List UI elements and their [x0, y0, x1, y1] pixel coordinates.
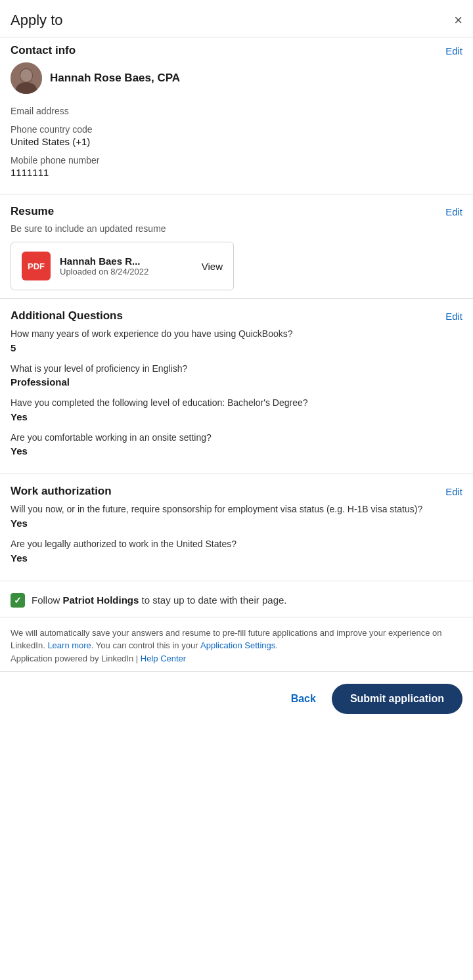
work-authorization-section: Work authorization Edit Will you now, or… — [0, 474, 473, 581]
qa-answer-0: 5 — [11, 342, 462, 353]
follow-checkbox[interactable] — [11, 593, 25, 608]
contact-section-header: Contact info Edit — [11, 37, 462, 62]
qa-answer-2: Yes — [11, 411, 462, 422]
additional-questions-header: Additional Questions Edit — [11, 309, 462, 323]
wa-item-0: Will you now, or in the future, require … — [11, 503, 462, 529]
phone-country-field-group: Phone country code United States (+1) — [11, 124, 462, 147]
footer-note: We will automatically save your answers … — [0, 617, 473, 673]
close-button[interactable]: × — [454, 13, 462, 28]
qa-answer-3: Yes — [11, 445, 462, 457]
mobile-field-group: Mobile phone number 1111111 — [11, 155, 462, 178]
resume-edit-link[interactable]: Edit — [445, 206, 462, 217]
work-authorization-title: Work authorization — [11, 485, 112, 498]
phone-country-value: United States (+1) — [11, 136, 462, 147]
user-row: Hannah Rose Baes, CPA — [11, 62, 462, 94]
wa-answer-1: Yes — [11, 552, 462, 564]
mobile-value: 1111111 — [11, 167, 462, 178]
back-button[interactable]: Back — [291, 693, 316, 705]
qa-item-0: How many years of work experience do you… — [11, 328, 462, 353]
work-authorization-header: Work authorization Edit — [11, 485, 462, 498]
follow-text: Follow Patriot Holdings to stay up to da… — [32, 593, 287, 607]
pdf-card: PDF Hannah Baes R... Uploaded on 8/24/20… — [11, 242, 234, 290]
qa-question-2: Have you completed the following level o… — [11, 397, 462, 410]
header: Apply to × — [0, 0, 473, 37]
bottom-bar: Back Submit application — [0, 672, 473, 726]
wa-item-1: Are you legally authorized to work in th… — [11, 538, 462, 564]
mobile-label: Mobile phone number — [11, 155, 462, 166]
wa-answer-0: Yes — [11, 518, 462, 529]
contact-edit-link[interactable]: Edit — [445, 45, 462, 56]
additional-questions-title: Additional Questions — [11, 309, 123, 323]
qa-item-3: Are you comfortable working in an onsite… — [11, 432, 462, 457]
email-label: Email address — [11, 106, 462, 116]
pdf-upload-date: Uploaded on 8/24/2022 — [60, 267, 192, 277]
contact-section: Contact info Edit Hannah Rose Baes, CPA … — [0, 37, 473, 194]
phone-country-label: Phone country code — [11, 124, 462, 135]
user-name: Hannah Rose Baes, CPA — [50, 72, 180, 85]
resume-section-title: Resume — [11, 205, 54, 218]
page-title: Apply to — [11, 12, 63, 29]
qa-item-2: Have you completed the following level o… — [11, 397, 462, 422]
qa-question-1: What is your level of proficiency in Eng… — [11, 363, 462, 376]
learn-more-link[interactable]: Learn more — [47, 640, 91, 650]
resume-note: Be sure to include an updated resume — [11, 223, 462, 234]
contact-section-title: Contact info — [11, 44, 76, 57]
qa-answer-1: Professional — [11, 376, 462, 388]
follow-row: Follow Patriot Holdings to stay up to da… — [0, 581, 473, 617]
pdf-info: Hannah Baes R... Uploaded on 8/24/2022 — [60, 256, 192, 277]
submit-application-button[interactable]: Submit application — [332, 684, 462, 714]
additional-questions-edit-link[interactable]: Edit — [445, 311, 462, 322]
resume-section: Resume Edit Be sure to include an update… — [0, 194, 473, 299]
qa-question-3: Are you comfortable working in an onsite… — [11, 432, 462, 445]
qa-item-1: What is your level of proficiency in Eng… — [11, 363, 462, 388]
help-center-link[interactable]: Help Center — [141, 654, 186, 663]
avatar — [11, 62, 42, 94]
view-resume-link[interactable]: View — [202, 261, 223, 272]
additional-questions-section: Additional Questions Edit How many years… — [0, 299, 473, 474]
work-authorization-edit-link[interactable]: Edit — [445, 486, 462, 497]
pdf-icon: PDF — [22, 252, 51, 280]
wa-question-1: Are you legally authorized to work in th… — [11, 538, 462, 551]
qa-question-0: How many years of work experience do you… — [11, 328, 462, 341]
svg-point-3 — [20, 69, 32, 82]
wa-question-0: Will you now, or in the future, require … — [11, 503, 462, 516]
application-settings-link[interactable]: Application Settings — [200, 640, 275, 650]
resume-section-header: Resume Edit — [11, 205, 462, 218]
email-field-group: Email address — [11, 106, 462, 116]
pdf-filename: Hannah Baes R... — [60, 256, 192, 267]
